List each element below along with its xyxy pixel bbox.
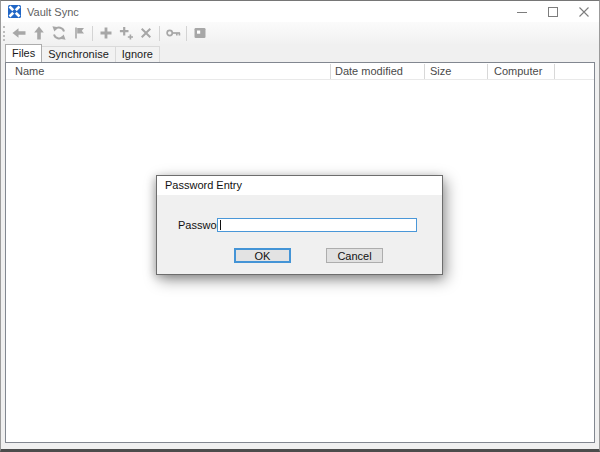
minimize-icon	[517, 7, 527, 17]
column-divider[interactable]	[330, 64, 331, 79]
column-header-computer[interactable]: Computer	[494, 63, 542, 80]
add-new-button[interactable]	[117, 23, 135, 43]
column-header-size[interactable]: Size	[430, 63, 451, 80]
dialog-titlebar[interactable]: Password Entry	[157, 176, 442, 195]
toolbar-separator	[186, 26, 187, 41]
password-input[interactable]	[217, 218, 417, 232]
delete-icon	[138, 25, 154, 41]
refresh-icon	[51, 25, 67, 41]
maximize-icon	[548, 7, 558, 17]
tab-label: Ignore	[122, 48, 153, 60]
add-button[interactable]	[97, 23, 115, 43]
tab-strip: Files Synchronise Ignore	[1, 44, 599, 62]
column-header-date-modified[interactable]: Date modified	[335, 63, 403, 80]
tab-files[interactable]: Files	[5, 44, 42, 62]
key-button[interactable]	[164, 23, 182, 43]
tab-synchronise[interactable]: Synchronise	[42, 46, 116, 62]
vault-sync-app-icon	[8, 5, 21, 18]
back-button[interactable]	[10, 23, 28, 43]
back-icon	[11, 25, 27, 41]
column-divider[interactable]	[554, 64, 555, 79]
tab-label: Files	[12, 47, 35, 59]
flag-button[interactable]	[70, 23, 88, 43]
column-divider[interactable]	[487, 64, 488, 79]
flag-icon	[71, 25, 87, 41]
ok-button[interactable]: OK	[234, 248, 291, 263]
window-controls	[506, 1, 599, 22]
key-icon	[165, 25, 181, 41]
close-button[interactable]	[568, 1, 599, 22]
delete-button[interactable]	[137, 23, 155, 43]
close-icon	[579, 7, 589, 17]
toolbar-grip-handle[interactable]	[3, 26, 6, 41]
report-button[interactable]	[191, 23, 209, 43]
dialog-title: Password Entry	[165, 176, 242, 195]
minimize-button[interactable]	[506, 1, 537, 22]
refresh-button[interactable]	[50, 23, 68, 43]
toolbar	[1, 22, 599, 44]
up-button[interactable]	[30, 23, 48, 43]
toolbar-separator	[92, 26, 93, 41]
titlebar: Vault Sync	[1, 1, 599, 22]
report-icon	[192, 25, 208, 41]
add-icon	[98, 25, 114, 41]
cancel-button[interactable]: Cancel	[326, 248, 383, 263]
up-icon	[31, 25, 47, 41]
tab-ignore[interactable]: Ignore	[116, 46, 160, 62]
window-title: Vault Sync	[27, 6, 79, 18]
add-new-icon	[118, 25, 134, 41]
password-entry-dialog: Password Entry Password: OK Cancel	[156, 175, 443, 275]
maximize-button[interactable]	[537, 1, 568, 22]
tab-label: Synchronise	[48, 48, 109, 60]
column-header-name[interactable]: Name	[15, 63, 44, 80]
column-divider[interactable]	[424, 64, 425, 79]
file-list-header: Name Date modified Size Computer	[6, 63, 594, 80]
toolbar-separator	[159, 26, 160, 41]
text-caret	[220, 220, 221, 230]
